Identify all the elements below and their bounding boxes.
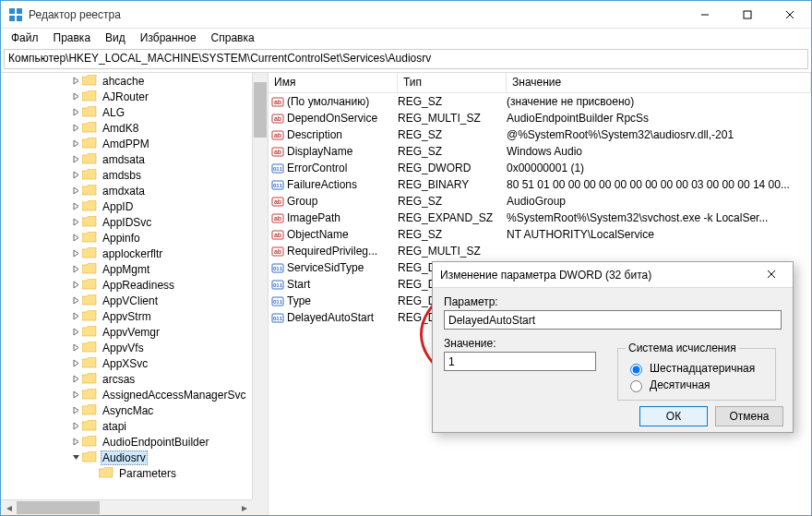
value-field[interactable] bbox=[444, 352, 596, 371]
tree-hscroll[interactable]: ◂ ▸ bbox=[1, 499, 252, 515]
tree-item-amdk8[interactable]: AmdK8 bbox=[1, 120, 252, 136]
tree-item-amdsata[interactable]: amdsata bbox=[1, 151, 252, 167]
tree-label: AppvStrm bbox=[101, 310, 153, 323]
tree-item-alg[interactable]: ALG bbox=[1, 104, 252, 120]
tree-item-appvstrm[interactable]: AppvStrm bbox=[1, 308, 252, 324]
value-row[interactable]: ab(По умолчанию)REG_SZ(значение не присв… bbox=[269, 93, 811, 110]
scroll-left-icon[interactable]: ◂ bbox=[1, 501, 17, 514]
tree-item-appxsvc[interactable]: AppXSvc bbox=[1, 355, 252, 371]
column-value[interactable]: Значение bbox=[507, 73, 811, 92]
tree-expand-icon[interactable] bbox=[69, 343, 82, 352]
tree-label: amdsbs bbox=[101, 169, 143, 182]
tree-item-amdppm[interactable]: AmdPPM bbox=[1, 136, 252, 151]
tree-item-appvclient[interactable]: AppVClient bbox=[1, 293, 252, 308]
tree-item-audiosrv[interactable]: Audiosrv bbox=[1, 450, 252, 465]
tree-item-appreadiness[interactable]: AppReadiness bbox=[1, 277, 252, 293]
tree-item-appidsvc[interactable]: AppIDSvc bbox=[1, 214, 252, 230]
tree-item-ahcache[interactable]: ahcache bbox=[1, 73, 252, 89]
tree-item-appvvfs[interactable]: AppvVfs bbox=[1, 340, 252, 355]
tree-item-atapi[interactable]: atapi bbox=[1, 418, 252, 434]
tree-expand-icon[interactable] bbox=[69, 155, 82, 163]
radio-dec-label: Десятичная bbox=[650, 378, 710, 391]
value-row[interactable]: abGroupREG_SZAudioGroup bbox=[269, 193, 811, 210]
tree-expand-icon[interactable] bbox=[69, 124, 82, 132]
tree-expand-icon[interactable] bbox=[69, 92, 82, 101]
tree-expand-icon[interactable] bbox=[69, 375, 82, 383]
tree-expand-icon[interactable] bbox=[69, 422, 82, 430]
menu-edit[interactable]: Правка bbox=[47, 30, 98, 46]
tree-item-asyncmac[interactable]: AsyncMac bbox=[1, 402, 252, 418]
tree-expand-icon[interactable] bbox=[69, 77, 82, 85]
value-row[interactable]: abDescriptionREG_SZ@%SystemRoot%\System3… bbox=[269, 126, 811, 143]
value-type-icon: 011 bbox=[269, 311, 287, 324]
cancel-button[interactable]: Отмена bbox=[715, 406, 783, 426]
value-row[interactable]: 011ErrorControlREG_DWORD0x00000001 (1) bbox=[269, 160, 811, 176]
tree-expand-icon[interactable] bbox=[69, 438, 82, 446]
tree-item-ajrouter[interactable]: AJRouter bbox=[1, 89, 252, 104]
tree-label: Parameters bbox=[117, 467, 178, 480]
scrollbar-thumb[interactable] bbox=[254, 82, 267, 138]
maximize-button[interactable] bbox=[726, 1, 769, 28]
tree-item-arcsas[interactable]: arcsas bbox=[1, 371, 252, 387]
tree-expand-icon[interactable] bbox=[69, 218, 82, 226]
menu-file[interactable]: Файл bbox=[5, 30, 45, 46]
value-type-icon: 011 bbox=[269, 278, 287, 291]
tree-expand-icon[interactable] bbox=[69, 296, 82, 305]
tree-scroll[interactable]: ahcacheAJRouterALGAmdK8AmdPPMamdsataamds… bbox=[1, 73, 252, 499]
tree-label: amdxata bbox=[101, 185, 147, 198]
column-type[interactable]: Тип bbox=[398, 73, 507, 92]
column-name[interactable]: Имя bbox=[269, 73, 398, 92]
tree-expand-icon[interactable] bbox=[69, 202, 82, 210]
value-row[interactable]: abImagePathREG_EXPAND_SZ%SystemRoot%\Sys… bbox=[269, 210, 811, 226]
folder-icon bbox=[82, 90, 97, 102]
tree-expand-icon[interactable] bbox=[69, 359, 82, 367]
tree-item-applockerfltr[interactable]: applockerfltr bbox=[1, 246, 252, 261]
radio-hex-input[interactable] bbox=[630, 364, 642, 376]
value-row[interactable]: abDisplayNameREG_SZWindows Audio bbox=[269, 143, 811, 160]
svg-text:011: 011 bbox=[273, 282, 283, 288]
minimize-button[interactable] bbox=[684, 1, 726, 28]
address-bar[interactable]: Компьютер\HKEY_LOCAL_MACHINE\SYSTEM\Curr… bbox=[4, 49, 808, 69]
tree-expand-icon[interactable] bbox=[69, 390, 82, 399]
value-row[interactable]: abDependOnServiceREG_MULTI_SZAudioEndpoi… bbox=[269, 110, 811, 126]
tree-item-audioendpointbuilder[interactable]: AudioEndpointBuilder bbox=[1, 434, 252, 450]
dialog-close-button[interactable] bbox=[758, 269, 785, 282]
tree-item-appvvemgr[interactable]: AppvVemgr bbox=[1, 324, 252, 340]
tree-expand-icon[interactable] bbox=[69, 249, 82, 258]
tree-label: AmdPPM bbox=[101, 138, 151, 150]
tree-item-parameters[interactable]: Parameters bbox=[1, 465, 252, 481]
tree-item-amdsbs[interactable]: amdsbs bbox=[1, 167, 252, 183]
tree-vscroll[interactable] bbox=[252, 73, 268, 499]
tree-expand-icon[interactable] bbox=[69, 406, 82, 414]
tree-expand-icon[interactable] bbox=[69, 108, 82, 116]
radio-hex[interactable]: Шестнадцатеричная bbox=[626, 360, 768, 377]
tree-item-appmgmt[interactable]: AppMgmt bbox=[1, 261, 252, 277]
tree-expand-icon[interactable] bbox=[69, 281, 82, 289]
radio-dec-input[interactable] bbox=[630, 380, 642, 392]
param-name-field[interactable] bbox=[444, 310, 782, 330]
menu-favorites[interactable]: Избранное bbox=[134, 30, 203, 46]
tree-item-appinfo[interactable]: Appinfo bbox=[1, 230, 252, 246]
ok-button[interactable]: ОК bbox=[639, 406, 708, 426]
scrollbar-thumb[interactable] bbox=[17, 501, 100, 514]
tree-item-amdxata[interactable]: amdxata bbox=[1, 183, 252, 198]
tree-expand-icon[interactable] bbox=[69, 139, 82, 148]
tree-expand-icon[interactable] bbox=[69, 328, 82, 336]
tree-expand-icon[interactable] bbox=[69, 265, 82, 273]
menu-help[interactable]: Справка bbox=[205, 30, 261, 46]
tree-expand-icon[interactable] bbox=[69, 186, 82, 195]
tree-expand-icon[interactable] bbox=[69, 312, 82, 320]
tree-expand-icon[interactable] bbox=[69, 171, 82, 179]
value-row[interactable]: abRequiredPrivileg...REG_MULTI_SZ bbox=[269, 243, 811, 259]
folder-icon bbox=[82, 279, 97, 291]
tree-item-appid[interactable]: AppID bbox=[1, 198, 252, 214]
close-button[interactable] bbox=[769, 1, 811, 28]
scroll-right-icon[interactable]: ▸ bbox=[236, 501, 252, 514]
tree-expand-icon[interactable] bbox=[69, 234, 82, 242]
tree-expand-icon[interactable] bbox=[69, 453, 82, 462]
radio-dec[interactable]: Десятичная bbox=[626, 377, 768, 393]
value-row[interactable]: abObjectNameREG_SZNT AUTHORITY\LocalServ… bbox=[269, 226, 811, 243]
value-row[interactable]: 011FailureActionsREG_BINARY80 51 01 00 0… bbox=[269, 176, 811, 193]
menu-view[interactable]: Вид bbox=[99, 30, 132, 46]
tree-item-assignedaccessmanagersvc[interactable]: AssignedAccessManagerSvc bbox=[1, 387, 252, 402]
